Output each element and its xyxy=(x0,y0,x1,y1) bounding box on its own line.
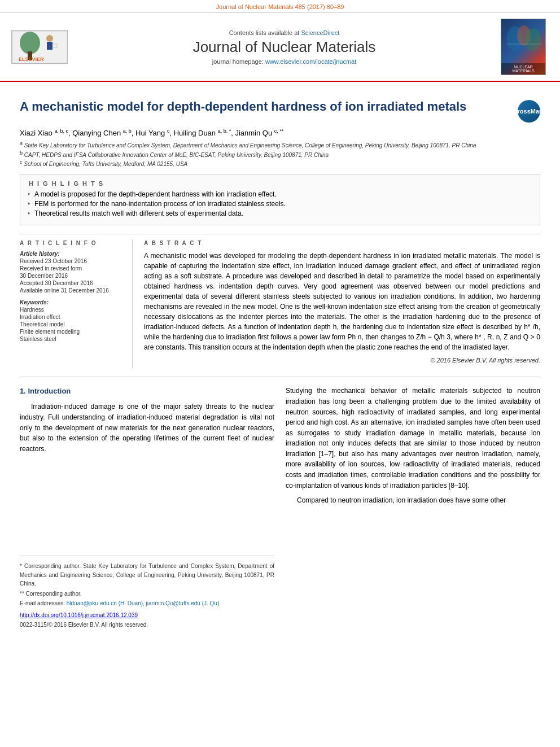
abstract-section: A B S T R A C T A mechanistic model was … xyxy=(144,240,540,364)
svg-rect-5 xyxy=(53,44,57,47)
revised-date: 30 December 2016 xyxy=(20,273,124,279)
footnote-emails: E-mail addresses: hlduan@pku.edu.cn (H. … xyxy=(20,599,274,608)
journal-cover-image: NUCLEARMATERIALS xyxy=(501,19,549,75)
svg-text:ELSEVIER: ELSEVIER xyxy=(19,56,44,62)
svg-point-1 xyxy=(20,32,40,54)
elsevier-image: ELSEVIER xyxy=(11,30,68,64)
doi-link[interactable]: http://dx.doi.org/10.1016/j.jnucmat.2016… xyxy=(20,612,138,618)
elsevier-logo: ELSEVIER xyxy=(11,30,68,64)
keyword-list: Hardness Irradiation effect Theoretical … xyxy=(20,307,124,342)
svg-point-3 xyxy=(46,35,53,42)
affiliation-b: b CAPT, HEDPS and IFSA Collaborative Inn… xyxy=(20,150,540,158)
highlight-item-3: Theoretical results match well with diff… xyxy=(29,209,531,217)
keyword-5: Stainless steel xyxy=(20,336,124,342)
highlights-list: A model is proposed for the depth-depend… xyxy=(29,190,531,217)
email-label: E-mail addresses: xyxy=(20,600,65,606)
homepage-link[interactable]: www.elsevier.com/locate/jnucmat xyxy=(265,58,356,65)
keyword-4: Finite element modeling xyxy=(20,329,124,335)
article-info-label: A R T I C L E I N F O xyxy=(20,240,124,246)
footnote-area: * Corresponding author. State Key Labora… xyxy=(20,556,274,608)
intro-para-right-1: Studying the mechanical behavior of meta… xyxy=(286,386,540,491)
issn-line: 0022-3115/© 2016 Elsevier B.V. All right… xyxy=(20,621,274,630)
sciencedirect-prefix: Contents lists available at xyxy=(229,29,301,36)
history-label: Article history: xyxy=(20,251,124,257)
keywords-section: Keywords: Hardness Irradiation effect Th… xyxy=(20,299,124,342)
keyword-1: Hardness xyxy=(20,307,124,313)
svg-point-10 xyxy=(525,28,541,51)
article-title-container: A mechanistic model for depth-dependent … xyxy=(20,99,540,123)
sciencedirect-link[interactable]: ScienceDirect xyxy=(301,29,339,36)
citation-text: Journal of Nuclear Materials 485 (2017) … xyxy=(216,3,344,10)
article-info-col: A R T I C L E I N F O Article history: R… xyxy=(20,240,133,368)
accepted-date: Accepted 30 December 2016 xyxy=(20,280,124,286)
doi-line: http://dx.doi.org/10.1016/j.jnucmat.2016… xyxy=(20,611,274,620)
highlight-item-2: FEM is performed for the nano-indentatio… xyxy=(29,200,531,208)
highlights-section: H I G H L I G H T S A model is proposed … xyxy=(20,174,540,225)
highlight-item-1: A model is proposed for the depth-depend… xyxy=(29,190,531,198)
intro-para-right-2-text: Compared to neutron irradiation, ion irr… xyxy=(297,496,506,504)
article-title: A mechanistic model for depth-dependent … xyxy=(20,99,512,115)
available-date: Available online 31 December 2016 xyxy=(20,287,124,294)
article-info: Article history: Received 23 October 201… xyxy=(20,251,124,342)
body-col-right: Studying the mechanical behavior of meta… xyxy=(286,386,540,630)
body-text: 1. Introduction Irradiation-induced dama… xyxy=(20,386,540,630)
intro-number: 1. xyxy=(20,387,26,395)
sciencedirect-line: Contents lists available at ScienceDirec… xyxy=(73,29,495,36)
journal-title-heading: Journal of Nuclear Materials xyxy=(73,38,495,56)
cover-label: NUCLEARMATERIALS xyxy=(501,63,545,75)
crossmark-badge: CrossMark xyxy=(518,100,540,123)
affiliation-c: c School of Engineering, Tufts Universit… xyxy=(20,159,540,167)
info-dates: Received 23 October 2016 Received in rev… xyxy=(20,258,124,294)
intro-title: Introduction xyxy=(28,387,71,395)
received-revised-label: Received in revised form xyxy=(20,265,124,272)
received-date: Received 23 October 2016 xyxy=(20,258,124,264)
footnote-starstar: ** Corresponding author. xyxy=(20,589,274,599)
authors-line: Xiazi Xiao a, b, c, Qianying Chen a, b, … xyxy=(20,128,540,137)
footnote-star: * Corresponding author. State Key Labora… xyxy=(20,562,274,588)
highlights-title: H I G H L I G H T S xyxy=(29,180,531,187)
crossmark-icon: CrossMark xyxy=(518,100,540,123)
homepage-prefix: journal homepage: xyxy=(212,58,265,65)
body-col-left: 1. Introduction Irradiation-induced dama… xyxy=(20,386,274,630)
affiliation-a: a State Key Laboratory for Turbulence an… xyxy=(20,141,540,148)
journal-header-center: Contents lists available at ScienceDirec… xyxy=(73,29,495,65)
intro-heading: 1. Introduction xyxy=(20,386,274,397)
article-info-abstract: A R T I C L E I N F O Article history: R… xyxy=(20,234,540,368)
abstract-col: A B S T R A C T A mechanistic model was … xyxy=(144,240,540,368)
journal-citation: Journal of Nuclear Materials 485 (2017) … xyxy=(0,0,560,13)
intro-para-right-2: Compared to neutron irradiation, ion irr… xyxy=(286,495,540,506)
keyword-3: Theoretical model xyxy=(20,321,124,327)
intro-para-1: Irradiation-induced damage is one of the… xyxy=(20,401,274,454)
email-addresses: hlduan@pku.edu.cn (H. Duan), jianmin.Qu@… xyxy=(67,600,221,606)
footnote-star-text: * Corresponding author. State Key Labora… xyxy=(20,563,274,587)
section-divider xyxy=(20,377,540,377)
history-section: Article history: Received 23 October 201… xyxy=(20,251,124,294)
svg-rect-4 xyxy=(47,42,53,50)
journal-cover: NUCLEARMATERIALS xyxy=(501,19,546,75)
affiliations: a State Key Laboratory for Turbulence an… xyxy=(20,141,540,167)
abstract-text: A mechanistic model was developed for mo… xyxy=(144,251,540,352)
main-content: A mechanistic model for depth-dependent … xyxy=(0,82,560,638)
footnote-starstar-text: ** Corresponding author. xyxy=(20,591,82,597)
keyword-2: Irradiation effect xyxy=(20,314,124,320)
abstract-label: A B S T R A C T xyxy=(144,240,540,246)
copyright-line: © 2016 Elsevier B.V. All rights reserved… xyxy=(144,357,540,364)
journal-homepage-line: journal homepage: www.elsevier.com/locat… xyxy=(73,58,495,65)
journal-header: ELSEVIER Contents lists available at Sci… xyxy=(0,13,560,82)
keywords-label: Keywords: xyxy=(20,299,124,305)
